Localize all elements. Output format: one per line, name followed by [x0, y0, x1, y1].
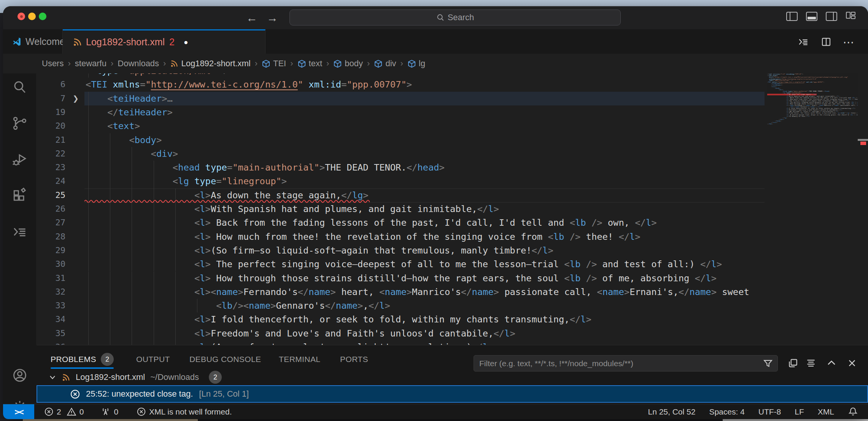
extensions-view-button[interactable] [11, 187, 29, 205]
code-line-7[interactable]: <teiHeader>… [36, 92, 766, 106]
forward-button[interactable]: → [265, 11, 279, 25]
command-center-search[interactable]: Search [289, 10, 621, 26]
code-line-31[interactable]: <l> How through those strains distill'd—… [36, 271, 766, 285]
editor[interactable]: 567❯192021222324252627282930313233343536… [36, 73, 868, 345]
tab-welcome[interactable]: Welcome [3, 29, 63, 54]
error-circle-icon [44, 407, 54, 416]
breadcrumb-item-text[interactable]: text [297, 59, 322, 69]
code-line-25[interactable]: <l>As down the stage again,</lg> [36, 188, 766, 203]
remote-indicator[interactable]: >< [3, 404, 34, 419]
code-line-26[interactable]: <l>With Spanish hat and plumes, and gait… [36, 202, 766, 216]
breadcrumb-item-users[interactable]: Users [42, 59, 64, 69]
notifications-bell-button[interactable] [848, 407, 858, 417]
back-button[interactable]: ← [245, 11, 259, 25]
tab-bar: Welcome Log1892-short.xml 2 ● ⋯ [3, 29, 868, 54]
problem-row-selected[interactable]: 25:52: unexpected close tag. [Ln 25, Col… [37, 385, 868, 403]
indentation-item[interactable]: Spaces: 4 [709, 407, 744, 416]
collapse-all-button[interactable] [803, 355, 819, 371]
breadcrumb-separator: › [68, 59, 70, 69]
code-text: <l>(As perfume's, color's, sunlight's co… [86, 340, 494, 345]
code-line-22[interactable]: <div> [36, 147, 766, 161]
code-text: <text> [86, 119, 140, 133]
code-line-27[interactable]: <l> Back from the fading lessons of the … [36, 216, 766, 230]
accounts-button[interactable] [11, 366, 29, 384]
source-control-view-button[interactable] [11, 114, 29, 132]
breadcrumb-item-log1892-short.xml[interactable]: Log1892-short.xml [170, 59, 250, 69]
cursor-position-item[interactable]: Ln 25, Col 52 [648, 407, 695, 416]
split-editor-button[interactable] [819, 35, 834, 48]
breadcrumb-item-stewarfu[interactable]: stewarfu [75, 59, 107, 69]
xml-validation-message: XML is not well formed. [149, 407, 232, 416]
code-line-36[interactable]: <l>(As perfume's, color's, sunlight's co… [36, 340, 766, 345]
problem-location: [Ln 25, Col 1] [199, 389, 249, 399]
close-panel-button[interactable] [844, 355, 860, 371]
group-count-badge: 2 [209, 371, 222, 384]
panel-tab-label: DEBUG CONSOLE [189, 355, 261, 364]
breadcrumb-label: Downloads [118, 59, 159, 69]
language-mode-item[interactable]: XML [818, 407, 834, 416]
breadcrumb-item-downloads[interactable]: Downloads [118, 59, 159, 69]
panel-tab-debug-console[interactable]: DEBUG CONSOLE [189, 351, 261, 368]
modified-dot-icon: ● [184, 38, 188, 46]
code-line-21[interactable]: <body> [36, 133, 766, 147]
code-line-30[interactable]: <l> The perfect singing voice—deepest of… [36, 257, 766, 271]
code-text: <l> How much from thee! the revelation o… [86, 230, 641, 244]
code-line-19[interactable]: </teiHeader> [36, 105, 766, 120]
layout-grid-icon [846, 12, 856, 19]
problems-file-group-row[interactable]: Log1892-short.xml ~/Downloads 2 [37, 370, 868, 384]
problems-status-item[interactable]: 2 0 [44, 407, 84, 417]
code-line-32[interactable]: <l><name>Fernando's</name> heart, <name>… [36, 285, 766, 299]
breadcrumb-label: TEI [273, 59, 286, 69]
code-line-23[interactable]: <head type="main-authorial">THE DEAD TEN… [36, 161, 766, 175]
code-line-35[interactable]: <l>Freedom's and Love's and Faith's unlo… [36, 327, 766, 341]
code-line-24[interactable]: <lg type="linegroup"> [36, 174, 766, 188]
panel-tab-terminal[interactable]: TERMINAL [279, 351, 320, 368]
tab-log1892-short-xml[interactable]: Log1892-short.xml 2 ● [63, 29, 265, 54]
breadcrumb-label: body [345, 59, 363, 69]
titlebar[interactable]: ← → Search [3, 6, 868, 29]
code-text: <div> [86, 147, 178, 161]
status-bar: >< 2 0 0 XML is n [3, 404, 868, 419]
tree-list-action-button[interactable] [796, 35, 811, 48]
symbol-cube-icon [297, 59, 306, 68]
breadcrumb-item-body[interactable]: body [333, 59, 363, 69]
toggle-primary-sidebar-button[interactable] [786, 12, 798, 21]
code-line-28[interactable]: <l> How much from thee! the revelation o… [36, 230, 766, 244]
code-line-34[interactable]: <l>I fold thenceforth, or seek to fold, … [36, 313, 766, 327]
zoom-window-button[interactable] [39, 13, 46, 20]
code-line-33[interactable]: <lb/><name>Gennaro's</name>,</l> [36, 299, 766, 313]
eol-item[interactable]: LF [795, 407, 804, 416]
symbol-cube-icon [407, 59, 416, 68]
toggle-secondary-sidebar-button[interactable] [826, 12, 837, 21]
minimap[interactable]: <?xml version="1.0" encoding="UTF-8"?><?… [766, 73, 858, 345]
panel-tab-output[interactable]: OUTPUT [136, 351, 170, 368]
more-actions-button[interactable]: ⋯ [841, 35, 857, 48]
code-line-5[interactable]: type="application/xml" ?> [36, 73, 766, 78]
encoding-item[interactable]: UTF-8 [758, 407, 781, 416]
breadcrumb-item-tei[interactable]: TEI [262, 59, 286, 69]
code-line-20[interactable]: <text> [36, 119, 766, 133]
toggle-panel-button[interactable] [806, 12, 817, 21]
code-line-29[interactable]: <l>(So firm—so liquid-soft—again that tr… [36, 244, 766, 258]
search-view-button[interactable] [11, 78, 29, 96]
maximize-panel-button[interactable] [823, 355, 839, 371]
run-debug-view-button[interactable] [11, 150, 29, 169]
error-circle-icon [137, 407, 146, 416]
problems-filter-box[interactable] [474, 355, 778, 372]
xml-validation-status-item[interactable]: XML is not well formed. [137, 407, 232, 416]
activity-bar: 1 [3, 29, 37, 404]
breadcrumb-item-lg[interactable]: lg [407, 59, 425, 69]
view-as-table-button[interactable] [785, 355, 801, 371]
code-text: <l><name>Fernando's</name> heart, <name>… [86, 285, 749, 299]
account-icon [11, 367, 28, 384]
panel-tab-ports[interactable]: PORTS [340, 351, 368, 368]
minimize-window-button[interactable] [28, 13, 36, 20]
tree-list-view-button[interactable] [11, 223, 29, 241]
ports-status-item[interactable]: 0 [100, 407, 118, 417]
customize-layout-button[interactable] [846, 12, 857, 21]
code-line-6[interactable]: <TEI xmlns="http://www.tei-c.org/ns/1.0"… [36, 78, 766, 92]
panel-tab-problems[interactable]: PROBLEMS 2 [51, 351, 114, 368]
group-file-path: ~/Downloads [150, 372, 199, 382]
problems-filter-input[interactable] [474, 359, 763, 368]
breadcrumb-item-div[interactable]: div [374, 59, 396, 69]
